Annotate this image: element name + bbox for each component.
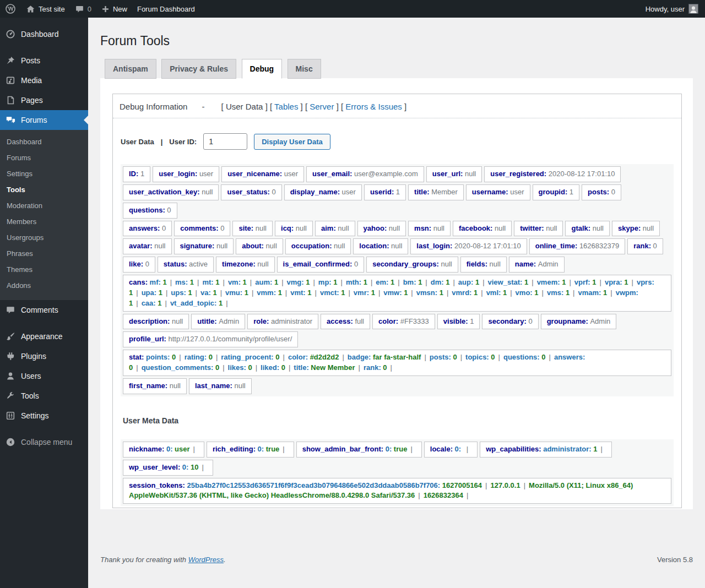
field-label: msn: (414, 224, 433, 232)
tab-misc[interactable]: Misc (288, 59, 321, 79)
account-menu[interactable]: Howdy, user (646, 4, 705, 14)
field-box-comments: comments: 0 (174, 221, 230, 237)
submenu-item-dashboard[interactable]: Dashboard (0, 134, 88, 150)
field-box-stat: stat: points: 0|rating: 0|rating_procent… (123, 350, 671, 376)
field-box-timezone: timezone: null (216, 257, 275, 273)
tab-antispam[interactable]: Antispam (105, 59, 156, 79)
field-value: Admin (538, 260, 558, 268)
field-box-user_login: user_login: user (153, 166, 219, 182)
field-label: user_login: (159, 170, 199, 178)
field-label: profile_url: (129, 335, 169, 343)
field-box-signature: signature: null (174, 238, 234, 254)
sidebar-item-users[interactable]: Users (0, 366, 88, 386)
submenu-item-phrases[interactable]: Phrases (0, 246, 88, 262)
sidebar-item-label: Plugins (21, 352, 46, 361)
debug-nav-errors-issues[interactable]: Errors & Issues (345, 102, 402, 111)
field-value: null (433, 224, 444, 232)
new-content-menu[interactable]: New (96, 0, 132, 18)
debug-nav-tables[interactable]: Tables (274, 102, 298, 111)
sidebar-item-media[interactable]: Media (0, 70, 88, 90)
field-value: user (284, 170, 298, 178)
field-value: 1626832379 (579, 242, 619, 250)
field-box-status: status: active (158, 257, 214, 273)
sidebar-item-posts[interactable]: Posts (0, 51, 88, 70)
subfield-value: 1 (592, 278, 596, 286)
separator: | (495, 353, 503, 361)
subfield-key: points: (146, 353, 172, 361)
wordpress-logo-icon (5, 3, 16, 14)
debug-nav-server[interactable]: Server (310, 102, 334, 111)
field-label: role: (253, 317, 271, 325)
collapse-arrow-icon (5, 437, 16, 448)
sidebar-item-appearance[interactable]: Appearance (0, 326, 88, 346)
submenu-item-addons[interactable]: Addons (0, 277, 88, 293)
media-icon (5, 75, 16, 86)
subfield-value: 1 (364, 278, 367, 286)
user-id-input[interactable] (203, 133, 247, 150)
forum-dashboard-link[interactable]: Forum Dashboard (132, 0, 200, 18)
sidebar-item-dashboard[interactable]: Dashboard (0, 24, 88, 44)
separator: | (520, 481, 529, 489)
separator: | (597, 445, 605, 453)
subfield-value: user (175, 445, 189, 453)
submenu-item-forums[interactable]: Forums (0, 150, 88, 166)
field-value: Admin (219, 317, 239, 325)
field-box-rank: rank: 0 (627, 238, 663, 254)
field-value: full (355, 317, 364, 325)
debug-nav-user-data[interactable]: [ User Data ] (221, 102, 268, 111)
sidebar-item-comments[interactable]: Comments (0, 300, 88, 320)
submenu-item-moderation[interactable]: Moderation (0, 198, 88, 214)
field-value: null (154, 242, 165, 250)
field-box-cans: cans: mf: 1|ms: 1|mt: 1|vm: 1|aum: 1|vmg… (123, 275, 671, 312)
subfield-key: questions: (503, 353, 541, 361)
submenu-item-usergroups[interactable]: Usergroups (0, 230, 88, 246)
submenu-item-tools[interactable]: Tools (0, 182, 88, 198)
field-box-user_status: user_status: 0 (221, 184, 281, 200)
field-label: utitle: (197, 317, 219, 325)
subfield-key: vmt: (290, 288, 307, 297)
site-name-link[interactable]: Test site (21, 0, 70, 18)
tab-bar: Antispam Privacy & Rules Debug Misc (100, 58, 693, 78)
field-label: secondary: (488, 317, 528, 325)
subfield-key: em: (376, 278, 391, 286)
subfield-key: 0: (386, 445, 394, 453)
comments-icon (5, 304, 16, 315)
subfield-value: 0 (491, 353, 495, 361)
field-label: twitter: (520, 224, 546, 232)
separator: | (194, 278, 202, 286)
field-value: null (465, 170, 476, 178)
subfield-key: dm: (431, 278, 446, 286)
sidebar-item-tools[interactable]: Tools (0, 386, 88, 406)
field-box-nickname: nickname: 0: user| (123, 442, 204, 458)
wordpress-link[interactable]: WordPress (188, 556, 224, 564)
bracket: [ (270, 102, 272, 111)
tab-privacy-rules[interactable]: Privacy & Rules (161, 59, 236, 79)
subfield-key: color: (288, 353, 310, 361)
field-box-role: role: administrator (247, 314, 318, 330)
field-box-last_name: last_name: null (189, 378, 252, 394)
page-footer: Thank you for creating with WordPress. V… (100, 556, 693, 564)
subfield-key: vmsn: (416, 288, 440, 297)
submenu-item-members[interactable]: Members (0, 214, 88, 230)
separator: | (248, 288, 257, 297)
wordpress-logo-menu[interactable] (0, 0, 21, 18)
display-user-data-button[interactable]: Display User Data (254, 134, 330, 150)
field-label: user_url: (432, 170, 465, 178)
field-value: #FF3333 (400, 317, 429, 325)
sidebar-item-settings[interactable]: Settings (0, 406, 88, 426)
subfield-key: question_comments: (142, 363, 215, 372)
subfield-key: aum: (255, 278, 274, 286)
field-label: cans: (129, 278, 150, 286)
field-value: 0 (145, 260, 149, 268)
field-value: null (389, 224, 400, 232)
sidebar-item-forums[interactable]: Forums (0, 110, 88, 130)
field-value: null (216, 242, 227, 250)
comments-shortcut[interactable]: 0 (70, 0, 96, 18)
subfield-value: true (266, 445, 280, 453)
sidebar-item-plugins[interactable]: Plugins (0, 346, 88, 366)
submenu-item-themes[interactable]: Themes (0, 262, 88, 277)
collapse-menu-button[interactable]: Collapse menu (0, 432, 88, 452)
tab-debug[interactable]: Debug (242, 59, 283, 79)
submenu-item-settings[interactable]: Settings (0, 166, 88, 182)
sidebar-item-pages[interactable]: Pages (0, 90, 88, 110)
